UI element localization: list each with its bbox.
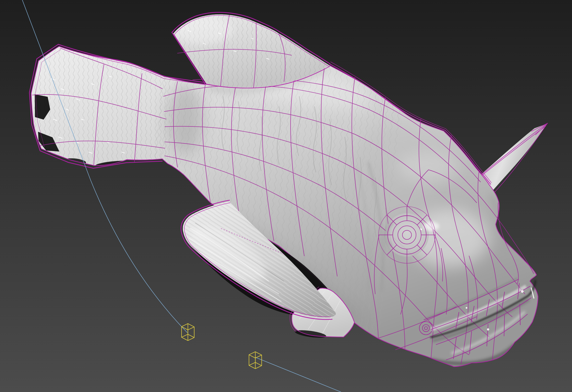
viewport-canvas[interactable] [0, 0, 572, 392]
viewport[interactable] [0, 0, 572, 392]
